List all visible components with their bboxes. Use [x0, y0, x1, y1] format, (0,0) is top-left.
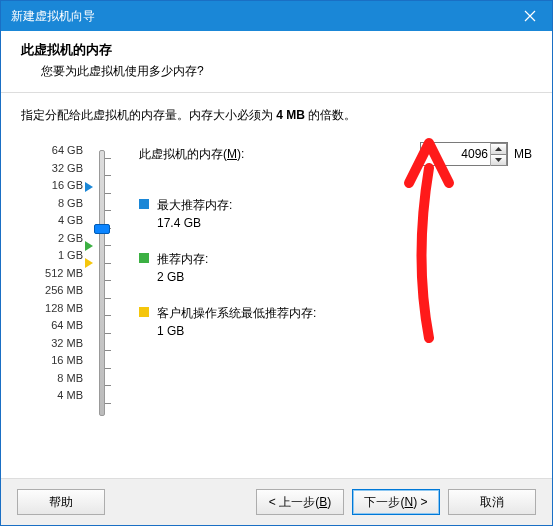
memory-field-label: 此虚拟机的内存(M): — [139, 146, 420, 163]
back-label-pre: < 上一步( — [269, 495, 319, 509]
square-blue-icon — [139, 199, 149, 209]
scale-label: 64 MB — [21, 317, 91, 335]
description: 指定分配给此虚拟机的内存量。内存大小必须为 4 MB 的倍数。 — [21, 107, 532, 124]
page-title: 此虚拟机的内存 — [21, 41, 532, 59]
legend-max-value: 17.4 GB — [157, 214, 232, 232]
page-body: 指定分配给此虚拟机的内存量。内存大小必须为 4 MB 的倍数。 64 GB 32… — [1, 93, 552, 478]
square-green-icon — [139, 253, 149, 263]
slider-tick — [105, 158, 111, 159]
back-button[interactable]: < 上一步(B) — [256, 489, 344, 515]
slider-tick — [105, 210, 111, 211]
memory-label-prefix: 此虚拟机的内存( — [139, 147, 227, 161]
memory-scale-labels: 64 GB 32 GB 16 GB 8 GB 4 GB 2 GB 1 GB 51… — [21, 142, 91, 405]
cancel-button[interactable]: 取消 — [448, 489, 536, 515]
legend-text: 客户机操作系统最低推荐内存: 1 GB — [157, 304, 316, 340]
scale-label: 8 MB — [21, 370, 91, 388]
slider-tick — [105, 193, 111, 194]
slider-tick — [105, 298, 111, 299]
memory-label-suffix: ): — [237, 147, 244, 161]
legend-rec-value: 2 GB — [157, 268, 208, 286]
slider-thumb[interactable] — [94, 224, 110, 234]
scale-label: 128 MB — [21, 300, 91, 318]
help-button-label: 帮助 — [49, 495, 73, 509]
scale-label: 32 MB — [21, 335, 91, 353]
legend-min-label: 客户机操作系统最低推荐内存: — [157, 304, 316, 322]
titlebar: 新建虚拟机向导 — [1, 1, 552, 31]
scale-label: 1 GB — [21, 247, 91, 265]
legend-rec-label: 推荐内存: — [157, 250, 208, 268]
chevron-down-icon — [495, 158, 502, 162]
scale-label: 4 MB — [21, 387, 91, 405]
memory-label-accel: M — [227, 147, 237, 161]
memory-right-panel: 此虚拟机的内存(M): MB 最大推 — [121, 142, 532, 358]
scale-label: 64 GB — [21, 142, 91, 160]
wizard-window: 新建虚拟机向导 此虚拟机的内存 您要为此虚拟机使用多少内存? 指定分配给此虚拟机… — [0, 0, 553, 526]
description-suffix: 的倍数。 — [305, 108, 356, 122]
legend-max-label: 最大推荐内存: — [157, 196, 232, 214]
marker-rec-icon — [85, 241, 93, 251]
cancel-button-label: 取消 — [480, 495, 504, 509]
slider-tick — [105, 263, 111, 264]
slider-tick — [105, 403, 111, 404]
spin-up-button[interactable] — [491, 143, 507, 154]
spinner-buttons — [490, 143, 507, 166]
page-header: 此虚拟机的内存 您要为此虚拟机使用多少内存? — [1, 31, 552, 93]
memory-area: 64 GB 32 GB 16 GB 8 GB 4 GB 2 GB 1 GB 51… — [21, 142, 532, 422]
back-label-key: B — [319, 495, 327, 509]
square-yellow-icon — [139, 307, 149, 317]
marker-min-icon — [85, 258, 93, 268]
slider-tick — [105, 333, 111, 334]
description-prefix: 指定分配给此虚拟机的内存量。内存大小必须为 — [21, 108, 276, 122]
memory-input[interactable] — [421, 144, 490, 164]
slider-tick — [105, 315, 111, 316]
memory-slider[interactable] — [91, 142, 121, 422]
legend-rec: 推荐内存: 2 GB — [139, 250, 532, 286]
legend-text: 推荐内存: 2 GB — [157, 250, 208, 286]
scale-label: 512 MB — [21, 265, 91, 283]
chevron-up-icon — [495, 147, 502, 151]
footer-buttons: 帮助 < 上一步(B) 下一步(N) > 取消 — [1, 478, 552, 525]
marker-max-icon — [85, 182, 93, 192]
legend-max: 最大推荐内存: 17.4 GB — [139, 196, 532, 232]
next-label-key: N — [404, 495, 413, 509]
description-bold: 4 MB — [276, 108, 305, 122]
scale-label: 2 GB — [21, 230, 91, 248]
close-icon — [524, 10, 536, 22]
scale-label: 16 GB — [21, 177, 91, 195]
slider-tick — [105, 385, 111, 386]
legend-text: 最大推荐内存: 17.4 GB — [157, 196, 232, 232]
memory-unit: MB — [514, 147, 532, 161]
slider-track — [99, 150, 105, 416]
scale-label: 4 GB — [21, 212, 91, 230]
scale-label: 16 MB — [21, 352, 91, 370]
slider-tick — [105, 280, 111, 281]
slider-tick — [105, 368, 111, 369]
slider-tick — [105, 245, 111, 246]
close-button[interactable] — [507, 1, 552, 31]
help-button[interactable]: 帮助 — [17, 489, 105, 515]
scale-label: 32 GB — [21, 160, 91, 178]
back-label-suf: ) — [327, 495, 331, 509]
spin-down-button[interactable] — [491, 154, 507, 166]
slider-tick — [105, 175, 111, 176]
memory-field-row: 此虚拟机的内存(M): MB — [139, 142, 532, 166]
memory-spinner[interactable] — [420, 142, 508, 166]
legend-min: 客户机操作系统最低推荐内存: 1 GB — [139, 304, 532, 340]
scale-label: 256 MB — [21, 282, 91, 300]
window-title: 新建虚拟机向导 — [1, 8, 95, 25]
footer-spacer — [113, 489, 248, 515]
next-label-suf: ) > — [413, 495, 427, 509]
next-label-pre: 下一步( — [364, 495, 404, 509]
legend-min-value: 1 GB — [157, 322, 316, 340]
next-button[interactable]: 下一步(N) > — [352, 489, 440, 515]
scale-label: 8 GB — [21, 195, 91, 213]
slider-tick — [105, 350, 111, 351]
page-subtitle: 您要为此虚拟机使用多少内存? — [41, 63, 532, 80]
